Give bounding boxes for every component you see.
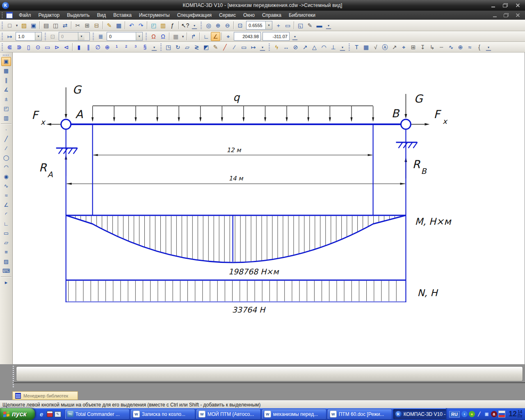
toolbar-grip[interactable] [146, 33, 147, 40]
taskbar-task[interactable]: WПТМ 60.doc [Режи... [327, 409, 392, 420]
agent-balloon-icon[interactable]: ● [469, 411, 475, 417]
polyline-icon[interactable]: ∠ [1, 201, 11, 210]
moment-diagram[interactable] [66, 215, 406, 262]
angle-dimension-icon[interactable]: △ [310, 43, 319, 52]
step-combo[interactable]: 1.0 ▾ [16, 32, 42, 41]
detail-3-icon[interactable]: ³ [131, 43, 140, 52]
copy-objects-icon[interactable]: ◩ [201, 43, 211, 52]
toolbar-overflow-icon[interactable]: ▾ [292, 33, 298, 40]
moment-value-text[interactable]: 198768 Н×м [228, 267, 279, 276]
plug-icon[interactable]: ▭ [43, 43, 52, 52]
measure-icon[interactable]: ∡ [1, 85, 11, 94]
property-bar-grip[interactable] [13, 366, 14, 388]
geometry-icon[interactable]: ▣ [1, 57, 11, 66]
menu-item-5[interactable]: Инструменты [135, 11, 173, 19]
normal-axis-text[interactable]: N, Н [417, 288, 438, 298]
text-arrow-icon[interactable]: ↳ [427, 43, 437, 52]
ellipse-icon[interactable]: ◉ [1, 172, 11, 181]
zoom-out-icon[interactable]: ⊖ [223, 21, 232, 30]
wave-line-icon[interactable]: ≈ [465, 43, 475, 52]
moment-axis-text[interactable]: M, Н×м [415, 216, 452, 227]
snap-global-icon[interactable]: Ω [149, 32, 158, 41]
collect-contour-icon[interactable]: ▱ [1, 238, 11, 247]
internet-explorer-icon[interactable]: e [38, 411, 45, 418]
chevron-down-icon[interactable]: ▾ [265, 21, 272, 29]
hatch-icon[interactable]: ▨ [1, 257, 11, 266]
label-f-right[interactable]: F [434, 108, 441, 121]
datum-symbol-icon[interactable]: Ⓐ [380, 43, 390, 52]
xy-coordinates-icon[interactable]: ⌖ [224, 32, 233, 41]
window-manager-icon[interactable]: ◰ [149, 21, 158, 30]
ortho-drawing-icon[interactable]: ∠ [211, 32, 220, 41]
tolerance-frame-icon[interactable]: ⊞ [409, 43, 418, 52]
child-close-button[interactable] [514, 12, 522, 18]
move-icon[interactable]: ◳ [164, 43, 173, 52]
copy-icon[interactable]: ⊞ [82, 21, 92, 30]
chevron-down-icon[interactable]: ▾ [136, 32, 142, 40]
start-button[interactable]: пуск [0, 408, 35, 420]
toolbar-grip[interactable] [2, 22, 3, 29]
menu-item-6[interactable]: Спецификация [173, 11, 215, 19]
undo-icon[interactable]: ↶ [127, 21, 136, 30]
taskbar-task[interactable]: WЗаписка по козло... [130, 409, 195, 420]
segment-icon[interactable]: ∕ [1, 144, 11, 153]
label-r-left-sub[interactable]: A [48, 170, 53, 179]
label-r-left[interactable]: R [39, 161, 47, 174]
label-q[interactable]: q [233, 91, 240, 103]
paste-icon[interactable]: ⊟ [92, 21, 101, 30]
position-leader-icon[interactable]: ⌖ [399, 43, 409, 52]
truncate-curve-icon[interactable]: ╱ [220, 43, 230, 52]
chamfer-icon[interactable]: ∟ [1, 219, 11, 228]
radius-dimension-icon[interactable]: ↗ [300, 43, 310, 52]
cap-right-icon[interactable]: ⊳ [52, 43, 62, 52]
scale-objects-icon[interactable]: ▱ [183, 43, 192, 52]
layer-combo[interactable]: 0 ▾ [107, 32, 143, 41]
pin-icon[interactable]: ⋐ [5, 43, 14, 52]
bolt-icon[interactable]: ▮ [74, 43, 84, 52]
toolbar-grip[interactable] [2, 43, 3, 51]
center-mark-icon[interactable]: ⊕ [456, 43, 465, 52]
washer-icon[interactable]: ∅ [93, 43, 103, 52]
zoom-selection-icon[interactable]: ◎ [204, 21, 213, 30]
menu-item-9[interactable]: Справка [258, 11, 285, 19]
dimensions-panel-icon[interactable]: ▦ [1, 66, 11, 75]
dimension-12m[interactable] [93, 154, 373, 156]
auto-dimension-icon[interactable]: ϟ [272, 43, 281, 52]
leader-icon[interactable]: ↗ [390, 43, 399, 52]
menu-item-0[interactable]: Файл [15, 11, 35, 19]
rotate-icon[interactable]: ↻ [173, 43, 183, 52]
nurbs-icon[interactable]: ∿ [1, 182, 11, 191]
label-r-right-sub[interactable]: B [421, 167, 427, 176]
chevron-down-icon[interactable]: ▾ [35, 32, 41, 40]
rivet-icon[interactable]: ⊕ [103, 43, 112, 52]
print-icon[interactable]: ▤ [41, 21, 51, 30]
text-icon[interactable]: T [352, 43, 361, 52]
label-f-right-sub[interactable]: x [443, 117, 448, 126]
redo-icon[interactable]: ↷ [136, 21, 146, 30]
linear-dimension-icon[interactable]: ↔ [281, 43, 291, 52]
copies-icon[interactable]: ⊡ [48, 32, 57, 41]
selection-icon[interactable]: ± [1, 95, 11, 104]
toolbar-grip[interactable] [45, 33, 46, 40]
show-desktop-icon[interactable]: ✎ [55, 411, 61, 417]
tray-clock[interactable]: 12 14 Пт [509, 410, 523, 418]
point-icon[interactable]: · [1, 125, 11, 134]
zoom-in-icon[interactable]: ⊕ [213, 21, 223, 30]
toolbar-overflow-icon[interactable]: ▾ [260, 43, 265, 51]
show-all-icon[interactable]: ◱ [296, 21, 305, 30]
dimension-14m[interactable] [66, 183, 406, 185]
label-f-left[interactable]: F [32, 109, 39, 121]
document-view-icon[interactable]: ▬ [315, 21, 324, 30]
deform-icon[interactable]: ▭ [239, 43, 249, 52]
pen-icon[interactable]: ╱ [476, 411, 482, 417]
menu-item-7[interactable]: Сервис [215, 11, 240, 19]
send-icon[interactable]: ⇄ [60, 21, 70, 30]
coordinate-x-field[interactable]: 2043.98 [234, 32, 261, 41]
toolbar-overflow-icon[interactable]: ▾ [326, 22, 331, 29]
new-document-icon[interactable]: □ [5, 21, 14, 30]
toolbar-grip[interactable] [349, 43, 350, 51]
language-indicator[interactable]: RU [449, 411, 460, 418]
menu-item-8[interactable]: Окно [240, 11, 258, 19]
extend-curve-icon[interactable]: ∕ [230, 43, 239, 52]
menu-item-3[interactable]: Вид [94, 11, 110, 19]
